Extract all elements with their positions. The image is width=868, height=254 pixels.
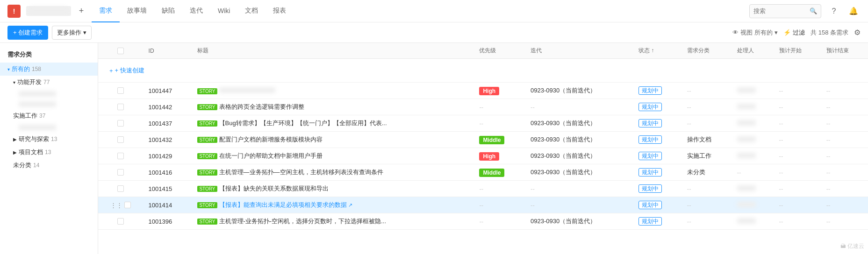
nav-tab-需求[interactable]: 需求 xyxy=(92,0,120,22)
row-title-1[interactable]: 表格的跨页全选逻辑需要作调整 xyxy=(219,103,304,110)
row-end-8: -- xyxy=(826,218,831,225)
row-title-6[interactable]: 【报表】缺失的关联关系数据展现和导出 xyxy=(219,185,329,192)
col-header-1[interactable]: ID xyxy=(143,43,192,59)
col-header-8[interactable]: 预计开始 xyxy=(774,43,821,59)
row-checkbox-0[interactable] xyxy=(117,87,124,94)
nav-tabs: 需求故事墙缺陷迭代Wiki文档报表 xyxy=(92,0,749,22)
story-tag-5: STORY xyxy=(197,169,217,176)
external-link-icon-7[interactable]: ↗ xyxy=(348,202,352,208)
sidebar-item-6[interactable]: ▶研究与探索13 xyxy=(0,133,98,146)
row-checkbox-5[interactable] xyxy=(117,169,124,176)
sidebar-item-3[interactable] xyxy=(0,99,98,109)
search-box[interactable]: 🔍 xyxy=(749,4,821,18)
nav-tab-文档[interactable]: 文档 xyxy=(237,0,265,22)
add-button[interactable]: + xyxy=(75,5,88,18)
col-header-6[interactable]: 需求分类 xyxy=(681,43,732,59)
row-title-3[interactable]: 配置门户文档的新增服务模版模块内容 xyxy=(219,136,323,143)
sidebar-item-1[interactable]: ▾功能开发77 xyxy=(0,76,98,89)
row-end-5: -- xyxy=(826,169,831,176)
col-header-7[interactable]: 处理人 xyxy=(732,43,774,59)
priority-dash-1: -- xyxy=(479,104,483,111)
row-id-2: 1001437 xyxy=(149,120,172,127)
status-badge-5: 规划中 xyxy=(638,168,662,176)
row-checkbox-6[interactable] xyxy=(117,185,124,192)
project-name xyxy=(26,6,71,16)
table-row: 1001442STORY表格的跨页全选逻辑需要作调整----规划中------ xyxy=(98,99,868,115)
row-id-3: 1001432 xyxy=(149,136,172,143)
more-actions-button[interactable]: 更多操作 ▾ xyxy=(52,26,92,40)
bell-button[interactable]: 🔔 xyxy=(846,4,861,18)
sidebar-item-count-4: 37 xyxy=(39,113,45,119)
sidebar-item-label-7: 项目文档 xyxy=(19,148,43,156)
top-nav: ! + 需求故事墙缺陷迭代Wiki文档报表 🔍 ? 🔔 xyxy=(0,0,868,22)
row-id-5: 1001416 xyxy=(149,169,172,176)
eye-icon: 👁 xyxy=(732,29,739,36)
status-badge-3: 规划中 xyxy=(638,135,662,144)
row-category-7: -- xyxy=(687,202,691,209)
sidebar-item-label-1: 功能开发 xyxy=(17,78,42,86)
drag-handle[interactable]: ⋮⋮ xyxy=(110,202,122,209)
settings-icon[interactable]: ⚙ xyxy=(854,28,861,37)
row-id-7: 1001414 xyxy=(149,202,172,209)
quick-create-button[interactable]: ++ 快速创建 xyxy=(104,63,862,78)
nav-tab-故事墙[interactable]: 故事墙 xyxy=(120,0,154,22)
create-requirement-button[interactable]: + 创建需求 xyxy=(7,26,48,40)
select-all-checkbox[interactable] xyxy=(117,48,124,54)
sidebar-arrow-7: ▶ xyxy=(13,150,17,155)
watermark: 🏔 亿速云 xyxy=(840,242,864,250)
requirements-table: ID标题优先级迭代状态 ↑需求分类处理人预计开始预计结束 ++ 快速创建 100… xyxy=(98,43,868,230)
table-row: ⋮⋮ 1001414STORY【报表】能查询出未满足必填项相关要求的数据 ↗--… xyxy=(98,197,868,213)
sidebar-item-count-8: 14 xyxy=(33,162,39,169)
row-category-2: -- xyxy=(687,120,691,127)
row-iteration-1: -- xyxy=(531,104,535,111)
table-area: ID标题优先级迭代状态 ↑需求分类处理人预计开始预计结束 ++ 快速创建 100… xyxy=(98,43,868,254)
sidebar-item-0[interactable]: ▾所有的158 xyxy=(0,63,98,76)
row-id-4: 1001429 xyxy=(149,153,172,160)
col-header-9[interactable]: 预计结束 xyxy=(821,43,868,59)
sub-toolbar: + 创建需求 更多操作 ▾ 👁 视图 所有的 ▾ ⚡ 过滤 共 158 条需求 … xyxy=(0,22,868,43)
row-title-7[interactable]: 【报表】能查询出未满足必填项相关要求的数据 xyxy=(219,201,347,208)
row-checkbox-3[interactable] xyxy=(117,136,124,143)
col-header-4[interactable]: 迭代 xyxy=(525,43,633,59)
sidebar-item-8[interactable]: 未分类14 xyxy=(0,159,98,172)
row-checkbox-7[interactable] xyxy=(124,202,131,208)
story-tag-0: STORY xyxy=(197,88,217,94)
row-id-8: 1001396 xyxy=(149,218,172,225)
sidebar-items: ▾所有的158▾功能开发77实施工作37▶研究与探索13▶项目文档13未分类14 xyxy=(0,63,98,172)
nav-tab-迭代[interactable]: 迭代 xyxy=(182,0,210,22)
status-badge-2: 规划中 xyxy=(638,119,662,127)
row-checkbox-4[interactable] xyxy=(117,153,124,159)
status-badge-8: 规划中 xyxy=(638,217,662,226)
nav-tab-报表[interactable]: 报表 xyxy=(265,0,294,22)
sidebar-item-2[interactable] xyxy=(0,89,98,99)
table-row: 1001416STORY主机管理—业务拓扑—空闲主机，主机转移列表没有查询条件M… xyxy=(98,164,868,181)
row-checkbox-1[interactable] xyxy=(117,104,124,110)
row-title-8[interactable]: 主机管理-业务拓扑-空闲机，选择分页数时，下拉选择框被隐... xyxy=(219,218,387,225)
nav-right: 🔍 ? 🔔 xyxy=(749,4,861,18)
priority-badge-3: Middle xyxy=(479,136,504,144)
row-title-2[interactable]: 【Bug转需求】【生产环境】【统一门户】【全部应用】代表... xyxy=(219,120,387,127)
sidebar-item-7[interactable]: ▶项目文档13 xyxy=(0,146,98,159)
row-title-5[interactable]: 主机管理—业务拓扑—空闲主机，主机转移列表没有查询条件 xyxy=(219,169,383,176)
row-start-0: -- xyxy=(779,87,783,94)
nav-tab-缺陷[interactable]: 缺陷 xyxy=(154,0,182,22)
row-checkbox-8[interactable] xyxy=(117,218,124,225)
sidebar-item-5[interactable] xyxy=(0,122,98,133)
nav-tab-Wiki[interactable]: Wiki xyxy=(210,0,237,22)
view-options[interactable]: 👁 视图 所有的 ▾ xyxy=(732,28,778,37)
row-checkbox-2[interactable] xyxy=(117,120,124,127)
filter-button[interactable]: ⚡ 过滤 xyxy=(783,28,805,37)
story-tag-2: STORY xyxy=(197,120,217,127)
col-header-5[interactable]: 状态 ↑ xyxy=(633,43,681,59)
col-header-3[interactable]: 优先级 xyxy=(473,43,525,59)
priority-badge-5: Middle xyxy=(479,169,504,177)
sidebar-item-4[interactable]: 实施工作37 xyxy=(0,109,98,122)
more-actions-arrow: ▾ xyxy=(83,29,86,36)
row-iteration-6: -- xyxy=(531,185,535,192)
priority-badge-4: High xyxy=(479,152,499,161)
help-button[interactable]: ? xyxy=(827,4,841,18)
col-header-2[interactable]: 标题 xyxy=(192,43,473,59)
row-title-4[interactable]: 在统一门户的帮助文档中新增用户手册 xyxy=(219,152,323,159)
search-input[interactable] xyxy=(753,7,810,14)
row-end-3: -- xyxy=(826,136,831,143)
